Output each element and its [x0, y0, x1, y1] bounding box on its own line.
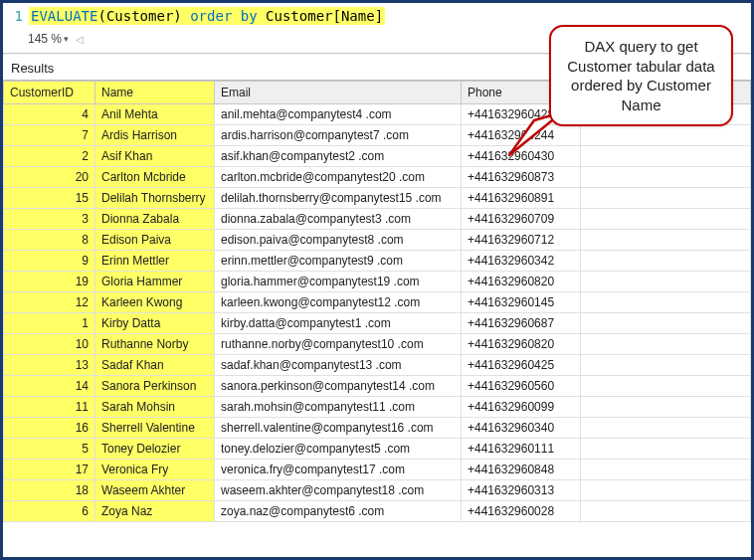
- table-row[interactable]: 17Veronica Fryveronica.fry@companytest17…: [4, 460, 751, 480]
- cell-phone: +441632960342: [462, 251, 581, 272]
- table-row[interactable]: 1Kirby Dattakirby.datta@companytest1 .co…: [4, 313, 751, 334]
- cell-name: Ardis Harrison: [95, 125, 215, 146]
- cell-empty: [581, 480, 751, 501]
- cell-id: 14: [4, 376, 95, 397]
- cell-name: Kirby Datta: [95, 313, 215, 334]
- cell-phone: +441632960560: [462, 376, 581, 397]
- cell-id: 5: [4, 439, 95, 460]
- table-row[interactable]: 13Sadaf Khansadaf.khan@companytest13 .co…: [4, 355, 751, 376]
- annotation-callout: DAX query to get Customer tabular data o…: [549, 25, 733, 126]
- cell-email: kirby.datta@companytest1 .com: [215, 313, 462, 334]
- ref-column: Name: [341, 8, 375, 24]
- cell-name: Gloria Hammer: [95, 272, 215, 292]
- cell-name: Zoya Naz: [95, 501, 215, 522]
- cell-name: Toney Delozier: [95, 439, 215, 460]
- cell-empty: [581, 209, 751, 230]
- cell-id: 4: [4, 104, 95, 125]
- cell-empty: [581, 418, 751, 439]
- cell-name: Veronica Fry: [95, 460, 215, 480]
- cell-name: Anil Mehta: [95, 104, 215, 125]
- query-text[interactable]: EVALUATE(Customer) order by Customer[Nam…: [29, 7, 385, 25]
- cell-id: 16: [4, 418, 95, 439]
- cell-empty: [581, 501, 751, 522]
- zoom-dropdown[interactable]: 145 % ▾: [25, 31, 72, 47]
- cell-id: 8: [4, 230, 95, 251]
- cell-email: delilah.thornsberry@companytest15 .com: [215, 188, 462, 209]
- cell-id: 13: [4, 355, 95, 376]
- cell-phone: +441632960873: [462, 167, 581, 188]
- callout-text: DAX query to get Customer tabular data o…: [567, 38, 714, 113]
- table-row[interactable]: 2Asif Khanasif.khan@companytest2 .com+44…: [4, 146, 751, 167]
- table-row[interactable]: 9Erinn Mettlererinn.mettler@companytest9…: [4, 251, 751, 272]
- chevron-down-icon: ▾: [64, 34, 69, 44]
- cell-email: karleen.kwong@companytest12 .com: [215, 292, 462, 313]
- cell-name: Sherrell Valentine: [95, 418, 215, 439]
- cell-id: 1: [4, 313, 95, 334]
- zoom-value: 145 %: [28, 32, 62, 46]
- cell-empty: [581, 439, 751, 460]
- col-customer-id[interactable]: CustomerID: [4, 82, 95, 104]
- cell-phone: +441632960848: [462, 460, 581, 480]
- cell-email: erinn.mettler@companytest9 .com: [215, 251, 462, 272]
- cell-phone: +441632960111: [462, 439, 581, 460]
- table-row[interactable]: 15Delilah Thornsberrydelilah.thornsberry…: [4, 188, 751, 209]
- scroll-left-icon[interactable]: ◁: [76, 34, 84, 45]
- table-row[interactable]: 11Sarah Mohsinsarah.mohsin@companytest11…: [4, 397, 751, 418]
- cell-name: Sadaf Khan: [95, 355, 215, 376]
- cell-name: Asif Khan: [95, 146, 215, 167]
- col-email[interactable]: Email: [215, 82, 462, 104]
- cell-phone: +441632960820: [462, 272, 581, 292]
- results-grid-wrap[interactable]: CustomerID Name Email Phone 4Anil Mehtaa…: [3, 80, 751, 534]
- table-row[interactable]: 20Carlton Mcbridecarlton.mcbride@company…: [4, 167, 751, 188]
- table-row[interactable]: 12Karleen Kwongkarleen.kwong@companytest…: [4, 292, 751, 313]
- table-row[interactable]: 10Ruthanne Norbyruthanne.norby@companyte…: [4, 334, 751, 355]
- cell-phone: +441632960425: [462, 355, 581, 376]
- cell-id: 17: [4, 460, 95, 480]
- cell-name: Erinn Mettler: [95, 251, 215, 272]
- table-row[interactable]: 16Sherrell Valentinesherrell.valentine@c…: [4, 418, 751, 439]
- col-name[interactable]: Name: [95, 82, 215, 104]
- table-row[interactable]: 19Gloria Hammergloria.hammer@companytest…: [4, 272, 751, 292]
- query-editor[interactable]: 1 EVALUATE(Customer) order by Customer[N…: [3, 3, 751, 27]
- cell-empty: [581, 292, 751, 313]
- cell-id: 2: [4, 146, 95, 167]
- cell-phone: +441632960820: [462, 334, 581, 355]
- cell-empty: [581, 376, 751, 397]
- paren-close: ): [173, 8, 181, 24]
- cell-phone: +441632960891: [462, 188, 581, 209]
- cell-email: gloria.hammer@companytest19 .com: [215, 272, 462, 292]
- table-row[interactable]: 3Dionna Zabaladionna.zabala@companytest3…: [4, 209, 751, 230]
- cell-id: 7: [4, 125, 95, 146]
- cell-phone: +441632960340: [462, 418, 581, 439]
- table-row[interactable]: 8Edison Paivaedison.paiva@companytest8 .…: [4, 230, 751, 251]
- cell-empty: [581, 460, 751, 480]
- paren-open: (: [97, 8, 105, 24]
- cell-id: 3: [4, 209, 95, 230]
- cell-name: Waseem Akhter: [95, 480, 215, 501]
- cell-phone: +441632960313: [462, 480, 581, 501]
- ref-table: Customer: [266, 8, 332, 24]
- cell-empty: [581, 313, 751, 334]
- cell-email: toney.delozier@companytest5 .com: [215, 439, 462, 460]
- cell-id: 9: [4, 251, 95, 272]
- cell-email: carlton.mcbride@companytest20 .com: [215, 167, 462, 188]
- cell-empty: [581, 125, 751, 146]
- cell-name: Delilah Thornsberry: [95, 188, 215, 209]
- table-row[interactable]: 6Zoya Nazzoya.naz@companytest6 .com+4416…: [4, 501, 751, 522]
- bracket-open: [: [333, 8, 341, 24]
- cell-id: 19: [4, 272, 95, 292]
- cell-empty: [581, 230, 751, 251]
- cell-email: veronica.fry@companytest17 .com: [215, 460, 462, 480]
- cell-id: 10: [4, 334, 95, 355]
- table-row[interactable]: 5Toney Deloziertoney.delozier@companytes…: [4, 439, 751, 460]
- table-row[interactable]: 18Waseem Akhterwaseem.akhter@companytest…: [4, 480, 751, 501]
- cell-id: 20: [4, 167, 95, 188]
- table-row[interactable]: 7Ardis Harrisonardis.harrison@companytes…: [4, 125, 751, 146]
- cell-empty: [581, 251, 751, 272]
- cell-phone: +441632960099: [462, 397, 581, 418]
- cell-id: 12: [4, 292, 95, 313]
- cell-email: asif.khan@companytest2 .com: [215, 146, 462, 167]
- table-row[interactable]: 14Sanora Perkinsonsanora.perkinson@compa…: [4, 376, 751, 397]
- query-line: 1 EVALUATE(Customer) order by Customer[N…: [9, 7, 745, 25]
- cell-name: Carlton Mcbride: [95, 167, 215, 188]
